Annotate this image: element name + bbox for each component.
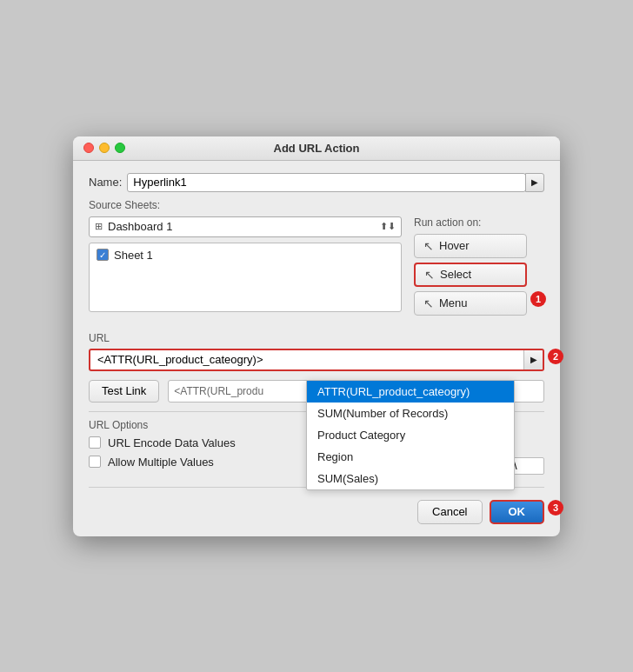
select-label: Select: [440, 268, 471, 281]
menu-icon: ↖: [423, 296, 434, 310]
check-icon: ✓: [99, 250, 106, 260]
multiple-checkbox[interactable]: [89, 456, 101, 468]
menu-label: Menu: [439, 296, 468, 309]
name-row: Name: ▶: [89, 173, 544, 192]
dashboard-dropdown[interactable]: ⊞ Dashboard 1 ⬆⬇: [89, 216, 402, 237]
select-button[interactable]: ↖ Select: [414, 263, 527, 287]
titlebar: Add URL Action: [73, 136, 560, 161]
multiple-checkbox-row: Allow Multiple Values: [89, 456, 214, 469]
dialog-window: Add URL Action Name: ▶ Source Sheets: ⊞ …: [73, 136, 560, 536]
dropdown-item-0[interactable]: ATTR(URL_product_cateogry): [307, 381, 514, 403]
dropdown-item-3[interactable]: Region: [307, 446, 514, 468]
hover-button[interactable]: ↖ Hover: [414, 234, 527, 258]
delimiter-input[interactable]: [510, 457, 544, 475]
url-arrow-icon: ▶: [530, 355, 537, 364]
sheet-label: Sheet 1: [114, 249, 153, 262]
hover-label: Hover: [439, 239, 470, 252]
maximize-button[interactable]: [115, 143, 125, 153]
dropdown-item-2[interactable]: Product Category: [307, 424, 514, 446]
url-input[interactable]: [90, 353, 523, 366]
source-sheets-area: ⊞ Dashboard 1 ⬆⬇ ✓ Sheet 1 Run action on…: [89, 216, 544, 320]
sheet-checkbox[interactable]: ✓: [97, 249, 109, 261]
multiple-label: Allow Multiple Values: [108, 456, 214, 469]
dropdown-arrows-icon: ⬆⬇: [380, 221, 396, 232]
url-input-wrapper: ▶ 2: [89, 349, 544, 371]
sheets-list: ✓ Sheet 1: [89, 243, 402, 312]
url-section-label: URL: [89, 332, 544, 344]
traffic-lights: [83, 143, 125, 153]
test-link-button[interactable]: Test Link: [89, 380, 159, 403]
test-link-row: Test Link <ATTR(URL_produ ATTR(URL_produ…: [89, 380, 544, 403]
badge-1: 1: [530, 291, 546, 307]
dashboard-icon: ⊞: [95, 221, 103, 232]
dropdown-item-4[interactable]: SUM(Sales): [307, 468, 514, 489]
select-icon: ↖: [424, 268, 435, 282]
window-title: Add URL Action: [73, 142, 560, 155]
arrow-right-icon: ▶: [531, 177, 538, 187]
dialog-content: Name: ▶ Source Sheets: ⊞ Dashboard 1 ⬆⬇: [73, 161, 560, 536]
url-arrow-button[interactable]: ▶: [523, 350, 543, 369]
url-section: URL ▶ 2: [89, 332, 544, 371]
run-action-label: Run action on:: [414, 216, 481, 229]
name-arrow-button[interactable]: ▶: [525, 173, 544, 192]
name-input[interactable]: [127, 173, 526, 192]
left-panel: ⊞ Dashboard 1 ⬆⬇ ✓ Sheet 1: [89, 216, 402, 320]
menu-button[interactable]: ↖ Menu: [414, 291, 527, 316]
right-panel: Run action on: ↖ Hover ↖ Select 1 ↖: [414, 216, 544, 320]
badge-2: 2: [548, 349, 563, 364]
sheet-item[interactable]: ✓ Sheet 1: [93, 247, 397, 263]
encode-checkbox[interactable]: [89, 436, 101, 449]
url-dropdown-popup: ATTR(URL_product_cateogry) SUM(Number of…: [306, 380, 515, 490]
ok-button[interactable]: OK: [490, 500, 545, 524]
minimize-button[interactable]: [99, 143, 110, 153]
dashboard-name: Dashboard 1: [108, 220, 380, 233]
encode-label: URL Encode Data Values: [108, 436, 236, 449]
ok-btn-wrapper: OK 3: [490, 500, 545, 524]
name-label: Name:: [89, 176, 122, 189]
badge-3: 3: [548, 500, 563, 516]
hover-icon: ↖: [423, 239, 434, 253]
url-input-row: ▶: [89, 349, 544, 371]
source-sheets-label: Source Sheets:: [89, 199, 544, 211]
footer-row: Cancel OK 3: [89, 495, 544, 524]
cancel-button[interactable]: Cancel: [417, 500, 482, 524]
dropdown-item-1[interactable]: SUM(Number of Records): [307, 403, 514, 424]
close-button[interactable]: [83, 143, 94, 153]
